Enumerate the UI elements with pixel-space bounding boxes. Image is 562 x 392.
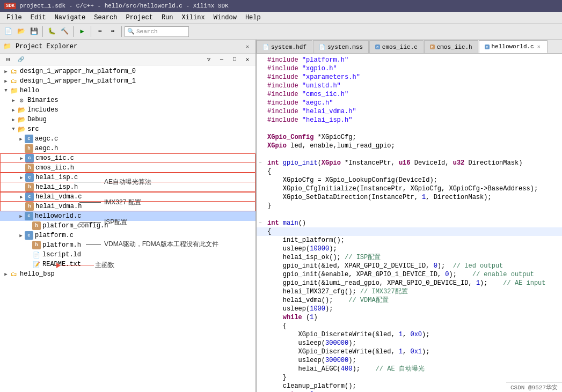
- platform-icon: 🗂: [10, 77, 18, 85]
- tree-item-lscript[interactable]: 📄 lscript.ld: [0, 250, 256, 260]
- code-line: usleep(300000);: [257, 356, 562, 365]
- tab-system-hdf[interactable]: 📄 system.hdf: [257, 40, 312, 53]
- fold-minus-icon[interactable]: −: [257, 219, 264, 227]
- tab-icon: 📄: [262, 44, 269, 50]
- code-line: helai_isp_ok(); // ISP配置: [257, 253, 562, 262]
- maximize-button[interactable]: □: [229, 54, 240, 65]
- tree-label: platform.h: [42, 241, 81, 249]
- run-button[interactable]: ▶: [76, 26, 88, 38]
- tree-item-binaries[interactable]: ▶ ⚙ Binaries: [0, 95, 256, 105]
- tab-helloworld-c[interactable]: c helloworld.c ✕: [479, 40, 548, 53]
- forward-button[interactable]: ➡: [107, 26, 119, 38]
- c-file-icon: c: [25, 212, 33, 220]
- menu-xilinx[interactable]: Xilinx: [177, 13, 209, 23]
- h-file-icon: h: [32, 241, 41, 249]
- code-line: XGpio_DiscreteWrite(&led, 1, 0x1);: [257, 347, 562, 356]
- tab-system-mss[interactable]: 📄 system.mss: [313, 40, 369, 53]
- expand-icon: ▶: [17, 135, 25, 143]
- filter-button[interactable]: ▽: [203, 54, 215, 65]
- txt-file-icon: 📝: [32, 260, 41, 269]
- code-text: helai_IMX327_cfg(); // IMX327配置: [264, 287, 562, 296]
- toolbar-sep-3: [91, 26, 91, 37]
- code-line: usleep(10000);: [257, 245, 562, 253]
- tree-item-platform-h[interactable]: h platform.h: [0, 240, 256, 250]
- tree-item-platform0[interactable]: ▶ 🗂 design_1_wrapper_hw_platform_0: [0, 66, 256, 76]
- expand-icon: ▶: [2, 68, 10, 75]
- tree-item-cmos-iic-c[interactable]: ▶ c cmos_iic.c: [0, 153, 256, 163]
- back-button[interactable]: ⬅: [94, 26, 106, 38]
- menu-project[interactable]: Project: [121, 13, 157, 23]
- search-icon: 🔍: [127, 28, 135, 35]
- tab-cmos-iic-h[interactable]: h cmos_iic.h: [424, 40, 478, 53]
- tree-item-includes[interactable]: ▶ 📂 Includes: [0, 105, 256, 115]
- tree-item-debug[interactable]: ▶ 📂 Debug: [0, 115, 256, 124]
- code-text: {: [264, 167, 562, 176]
- tree-label: design_1_wrapper_hw_platform_1: [20, 77, 136, 85]
- code-editor[interactable]: #include "platform.h" #include "xgpio.h"…: [257, 54, 562, 392]
- tab-cmos-iic-c[interactable]: c cmos_iic.c: [369, 40, 424, 53]
- code-text: #include "aegc.h": [264, 99, 562, 107]
- tree-item-aegc-h[interactable]: h aegc.h: [0, 144, 256, 153]
- fold-minus-icon[interactable]: −: [257, 159, 264, 167]
- tree-item-platform1[interactable]: ▶ 🗂 design_1_wrapper_hw_platform_1: [0, 76, 256, 86]
- expand-icon: ▶: [17, 232, 25, 239]
- ld-file-icon: 📄: [32, 250, 41, 259]
- menu-search[interactable]: Search: [90, 13, 121, 23]
- bsp-icon: 🗂: [10, 270, 18, 278]
- project-explorer-header: 📁 Project Explorer ✕: [0, 40, 256, 54]
- search-label: Search: [136, 28, 158, 35]
- project-icon: 📁: [10, 86, 18, 95]
- code-text: init_platform();: [264, 236, 562, 245]
- project-tree: ▶ 🗂 design_1_wrapper_hw_platform_0 ▶ 🗂 d…: [0, 65, 256, 392]
- code-line: #include "cmos_iic.h": [257, 90, 562, 99]
- tree-item-cmos-iic-h[interactable]: h cmos_iic.h: [0, 163, 256, 173]
- menu-window[interactable]: Window: [209, 13, 241, 23]
- minimize-button[interactable]: —: [216, 54, 228, 65]
- menu-navigate[interactable]: Navigate: [50, 13, 90, 23]
- expand-icon: [25, 241, 32, 249]
- tree-label: README.txt: [42, 261, 81, 268]
- link-editor-button[interactable]: 🔗: [15, 54, 27, 65]
- tree-item-helai-vdma-c[interactable]: ▶ c helai_vdma.c: [0, 192, 256, 202]
- tree-item-readme[interactable]: 📝 README.txt: [0, 260, 256, 269]
- expand-icon: ▶: [18, 174, 25, 181]
- tree-item-src[interactable]: ▼ 📂 src: [0, 124, 256, 134]
- tree-item-hello-bsp[interactable]: ▶ 🗂 hello_bsp: [0, 269, 256, 279]
- collapse-all-button[interactable]: ⊟: [2, 54, 14, 65]
- menu-help[interactable]: Help: [241, 13, 265, 23]
- menu-edit[interactable]: Edit: [26, 13, 50, 23]
- tab-label: system.mss: [327, 44, 363, 50]
- new-button[interactable]: 📄: [2, 26, 14, 38]
- code-line: #include "helai_isp.h": [257, 116, 562, 124]
- debug-button[interactable]: 🐛: [46, 26, 57, 38]
- code-line: helai_vdma(); // VDMA配置: [257, 296, 562, 305]
- tree-item-aegc-c[interactable]: ▶ c aegc.c: [0, 134, 256, 144]
- tab-close-icon[interactable]: ✕: [536, 43, 542, 50]
- close-panel-button[interactable]: ✕: [242, 54, 253, 65]
- tree-label: helai_vdma.h: [35, 203, 82, 210]
- tree-label: Binaries: [27, 97, 59, 104]
- search-box[interactable]: 🔍 Search: [125, 26, 189, 37]
- code-text: }: [264, 373, 562, 382]
- code-text: while (1): [264, 313, 562, 322]
- tree-item-helai-vdma-h[interactable]: h helai_vdma.h: [0, 202, 256, 211]
- title-text: project_1.sdk - C/C++ - hello/src/hellow…: [19, 3, 228, 9]
- build-button[interactable]: 🔨: [59, 26, 70, 38]
- tab-icon: 📄: [319, 44, 325, 50]
- tree-item-hello[interactable]: ▼ 📁 hello: [0, 86, 256, 95]
- tree-item-helai-isp-h[interactable]: h helai_isp.h: [0, 182, 256, 192]
- menu-run[interactable]: Run: [157, 13, 178, 23]
- save-button[interactable]: 💾: [28, 26, 40, 38]
- open-button[interactable]: 📂: [15, 26, 27, 38]
- tree-item-platform-c[interactable]: ▶ c platform.c: [0, 231, 256, 240]
- tree-item-helai-isp-c[interactable]: ▶ c helai_isp.c: [0, 173, 256, 182]
- menu-file[interactable]: File: [2, 13, 26, 23]
- close-icon[interactable]: ✕: [243, 42, 252, 51]
- h-file-icon: h: [25, 183, 34, 191]
- tree-item-helloworld-c[interactable]: ▶ c helloworld.c: [0, 211, 256, 221]
- code-text: helai_AEGC(400); // AE 自动曝光: [264, 365, 562, 373]
- binaries-icon: ⚙: [17, 96, 26, 105]
- tab-label: system.hdf: [271, 44, 306, 50]
- code-line: XGpioCfg = XGpio_LookupConfig(DeviceId);: [257, 176, 562, 184]
- tree-item-platform-config-h[interactable]: h platform_config.h: [0, 221, 256, 231]
